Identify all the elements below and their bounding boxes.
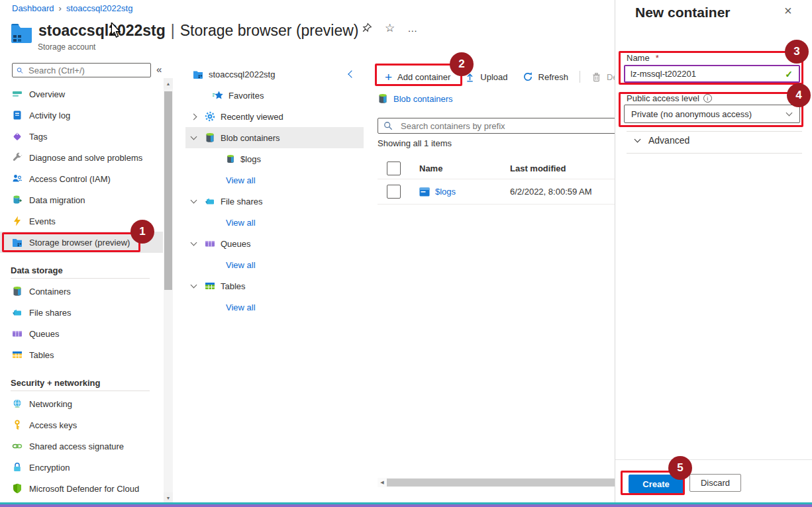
tree-item-blob-containers[interactable]: Blob containers [185,127,364,148]
sidebar-item-label: Access Control (IAM) [29,174,111,184]
sidebar-item-networking[interactable]: Networking [0,393,163,414]
sidebar-item-label: Queues [29,329,60,339]
sidebar-item-encryption[interactable]: Encryption [0,457,163,478]
resource-menu: « Overview Activity log Tags Diagnose an… [0,58,163,507]
sidebar-item-tags[interactable]: Tags [0,126,163,147]
sidebar-item-file-shares[interactable]: File shares [0,302,163,323]
tree-item-favorites[interactable]: Favorites [179,85,364,106]
page-title-account: stoaccsql2022stg [38,22,166,39]
sidebar-scrollbar-thumb[interactable] [164,91,172,290]
chevron-right-icon[interactable] [187,115,199,119]
tree-view-all-blob[interactable]: View all [179,169,364,191]
tree-item-tables[interactable]: Tables [179,275,364,297]
valid-check-icon: ✓ [785,69,799,79]
tree-view-all-file-shares[interactable]: View all [179,212,364,233]
access-level-dropdown[interactable]: Private (no anonymous access) [624,105,800,123]
info-icon[interactable]: i [703,94,712,103]
breadcrumb-current-link[interactable]: stoaccsql2022stg [66,3,132,13]
refresh-button[interactable]: Refresh [515,66,576,87]
blob-containers-link[interactable]: Blob containers [393,94,453,104]
create-button[interactable]: Create [629,475,684,493]
container-icon [226,154,235,163]
page-title-row: stoaccsql2022stg|Storage browser (previe… [11,21,358,43]
sidebar-item-tables[interactable]: Tables [0,344,163,365]
name-field-label: Name* [627,53,659,63]
delete-button[interactable]: Delete [584,66,615,87]
networking-icon [12,398,23,409]
collapse-tree-icon[interactable] [348,70,355,77]
chevron-down-icon [786,110,793,116]
container-name-input[interactable] [625,68,785,79]
scroll-left-icon[interactable]: ◀ [378,478,387,487]
container-search-input[interactable] [399,120,615,132]
upload-icon [465,72,475,82]
column-header-name[interactable]: Name [419,163,502,173]
container-name-link[interactable]: $logs [435,187,456,197]
tree-view-all-queues[interactable]: View all [179,254,364,275]
chevron-down-icon[interactable] [187,200,199,203]
table-row[interactable]: $logs 6/2/2022, 8:00:59 AM [378,179,615,205]
data-migration-icon [12,195,23,205]
sidebar-item-access-keys[interactable]: Access keys [0,414,163,436]
sidebar-item-activity-log[interactable]: Activity log [0,105,163,126]
sidebar-item-shared-access-signature[interactable]: Shared access signature [0,436,163,457]
chevron-down-icon[interactable] [187,285,199,287]
sidebar-item-data-migration[interactable]: Data migration [0,189,163,210]
lock-icon [12,462,23,473]
sidebar-item-events[interactable]: Events [0,210,163,232]
panel-divider [627,153,802,154]
tree-item-queues[interactable]: Queues [179,233,364,254]
scroll-down-icon[interactable]: ▼ [164,492,173,503]
sidebar-item-queues[interactable]: Queues [0,323,163,344]
sidebar-item-defender[interactable]: Microsoft Defender for Cloud [0,478,163,499]
breadcrumb-dashboard-link[interactable]: Dashboard [12,3,54,13]
blob-containers-icon [378,93,388,104]
command-bar: + Add container Upload Refresh Delete [378,66,615,87]
more-options-icon[interactable]: … [407,23,418,33]
tree-item-recently-viewed[interactable]: Recently viewed [179,106,364,127]
chevron-down-icon[interactable] [187,136,199,139]
lightning-icon [12,216,23,226]
sidebar-item-label: Events [29,216,56,226]
tree-item-logs-container[interactable]: $logs [179,148,364,169]
tree-root-account[interactable]: stoaccsql2022stg [179,64,364,85]
horizontal-scrollbar-thumb[interactable] [387,479,615,486]
sidebar-item-containers[interactable]: Containers [0,281,163,302]
breadcrumb-separator-icon: › [59,3,62,13]
horizontal-scrollbar[interactable]: ◀ [378,478,615,487]
sidebar-item-diagnose[interactable]: Diagnose and solve problems [0,147,163,168]
sidebar-search-box[interactable] [12,63,151,77]
discard-button[interactable]: Discard [689,474,741,492]
sidebar-item-storage-browser[interactable]: Storage browser (preview) [0,232,163,253]
sidebar-item-overview[interactable]: Overview [0,83,163,105]
sidebar-item-access-control[interactable]: Access Control (IAM) [0,168,163,189]
chevron-down-icon[interactable] [187,242,199,245]
column-header-last-modified[interactable]: Last modified [510,163,566,173]
upload-button[interactable]: Upload [458,66,515,87]
row-last-modified: 6/2/2022, 8:00:59 AM [510,187,592,197]
sidebar-search-input[interactable] [27,65,146,76]
tree-item-label: Queues [221,239,251,249]
row-checkbox[interactable] [387,185,401,199]
tree-view-all-tables[interactable]: View all [179,297,364,318]
select-all-checkbox[interactable] [387,161,401,175]
sidebar-scrollbar[interactable]: ▲ ▼ [164,78,173,504]
tables-icon [205,281,215,291]
pin-icon[interactable] [361,23,372,34]
link-icon [12,441,23,451]
container-search-box[interactable] [378,118,615,134]
collapse-menu-icon[interactable]: « [156,64,162,75]
tree-item-file-shares[interactable]: File shares [179,191,364,212]
storage-tree: stoaccsql2022stg Favorites Recently view… [179,64,372,318]
add-container-button[interactable]: + Add container [378,66,458,87]
advanced-section-toggle[interactable]: Advanced [635,135,689,146]
container-name-field[interactable]: ✓ [624,65,800,83]
sidebar-item-label: File shares [29,308,72,318]
close-icon[interactable]: × [784,4,792,17]
sidebar-item-label: Tables [29,350,54,360]
favorite-star-icon[interactable]: ☆ [385,23,395,34]
sidebar-item-label: Containers [29,287,71,297]
scroll-up-icon[interactable]: ▲ [164,78,173,89]
section-header-security-networking: Security + networking [11,376,163,389]
sidebar-item-label: Overview [29,89,65,99]
